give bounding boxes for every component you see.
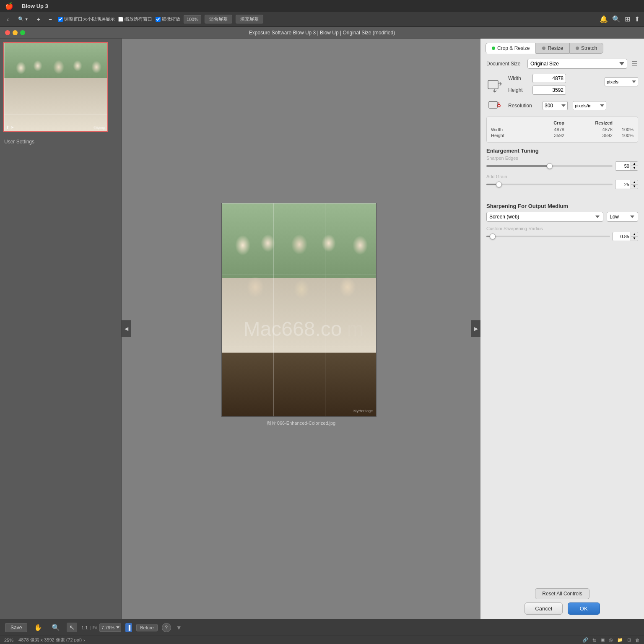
zoom-in-button[interactable]: + (34, 15, 43, 23)
home-button[interactable]: ⌂ (4, 16, 12, 23)
search-icon[interactable]: 🔍 (612, 15, 621, 23)
tab-stretch[interactable]: Stretch (569, 43, 603, 54)
apple-logo-icon[interactable]: 🍎 (5, 2, 13, 10)
zoom-select[interactable]: 7.79% 25% 50% 100% (99, 623, 121, 632)
tab-stretch-label: Stretch (581, 45, 597, 51)
width-input[interactable]: 4878 (532, 74, 566, 83)
add-grain-stepper: ▲ ▼ (631, 180, 638, 189)
minimize-button[interactable] (13, 30, 18, 35)
tab-resize[interactable]: Resize (536, 43, 569, 54)
add-grain-up[interactable]: ▲ (631, 180, 638, 184)
custom-radius-thumb[interactable] (490, 234, 496, 239)
ok-button[interactable]: OK (568, 602, 600, 615)
custom-radius-label: Custom Sharpening Radius (486, 226, 638, 231)
micro-zoom-checkbox[interactable] (156, 17, 161, 22)
sharpen-edges-thumb[interactable] (547, 163, 553, 169)
height-crop-label: Height (491, 133, 516, 138)
center-area: ◀ MyHeritage 图片 066-Enhanced-Colorized.j… (122, 39, 480, 619)
fit-window-checkbox[interactable] (58, 17, 63, 22)
micro-zoom-label: 细微缩放 (162, 16, 180, 22)
chevron-down-icon[interactable]: ▼ (176, 624, 182, 631)
enlargement-tuning-title: Enlargement Tuning (486, 148, 638, 154)
custom-radius-input[interactable]: 0.85 (613, 232, 631, 241)
left-panel: ©flyimg ⬆ ➤ User Settings (0, 39, 122, 619)
sharpen-edges-stepper: ▲ ▼ (631, 162, 638, 170)
shrink-all-checkbox-item[interactable]: 缩放所有窗口 (118, 16, 152, 22)
fit-screen-button[interactable]: 适合屏幕 (205, 15, 232, 23)
status-right: 🔗 fx ▣ ◎ 📁 ⊞ 🗑 (582, 637, 640, 643)
tab-resize-dot (542, 47, 545, 50)
left-arrow-button[interactable]: ◀ (122, 320, 131, 337)
divider-1 (486, 196, 638, 196)
zoom-status: 25% (4, 638, 13, 643)
shrink-all-checkbox[interactable] (118, 17, 123, 22)
custom-radius-down[interactable]: ▼ (631, 236, 638, 241)
save-button[interactable]: Save (5, 623, 27, 632)
sharpen-edges-track[interactable] (486, 165, 613, 167)
resized-header: Resized (564, 120, 613, 125)
tab-stretch-dot (576, 47, 579, 50)
user-settings-label: User Settings (0, 135, 121, 148)
zoom-display: 1:1 | Fit 7.79% 25% 50% 100% (81, 623, 121, 632)
zoom-out-button[interactable]: − (46, 15, 55, 23)
fit-window-label: 调整窗口大小以满屏显示 (64, 16, 115, 22)
cancel-button[interactable]: Cancel (525, 602, 562, 615)
doc-size-select[interactable]: Original Size Custom Preset (527, 59, 627, 69)
zoom-button[interactable] (20, 30, 25, 35)
app-name: Blow Up 3 (22, 3, 48, 9)
fit-window-checkbox-item[interactable]: 调整窗口大小以满屏显示 (58, 16, 115, 22)
doc-size-menu-button[interactable]: ☰ (631, 60, 638, 68)
action-buttons: Cancel OK (486, 602, 638, 615)
before-button[interactable]: Before (136, 624, 157, 631)
sharpen-edges-fill (486, 165, 550, 167)
add-grain-track[interactable] (486, 184, 613, 185)
add-grain-input[interactable]: 25 (615, 180, 631, 189)
resolution-unit-select[interactable]: pixels/in pixels/cm (573, 101, 606, 110)
medium-select[interactable]: Screen (web) Print Custom (486, 212, 603, 222)
svg-point-2 (498, 104, 500, 107)
thumbnail-watermark: ©flyimg (93, 126, 105, 130)
unit-select[interactable]: pixels inches cm (605, 77, 638, 86)
level-select[interactable]: Low Medium High None (607, 212, 638, 222)
add-grain-down[interactable]: ▼ (631, 184, 638, 189)
thumbnail-box: ©flyimg ⬆ ➤ (3, 42, 108, 132)
height-row: Height 3592 (508, 86, 600, 95)
zoom-tool-button[interactable]: 🔍 (49, 623, 62, 632)
sharpen-edges-down[interactable]: ▼ (631, 166, 638, 170)
micro-zoom-checkbox-item[interactable]: 细微缩放 (156, 16, 180, 22)
share-icon[interactable]: ⬆ (634, 15, 640, 23)
channel-button[interactable]: ▐ (125, 623, 132, 632)
shrink-all-label: 缩放所有窗口 (125, 16, 152, 22)
thumbnail-image (4, 43, 107, 131)
close-button[interactable] (5, 30, 10, 35)
tab-crop-resize[interactable]: Crop & Resize (486, 43, 536, 54)
status-arrow[interactable]: › (83, 638, 85, 643)
crop-table-header: Crop Resized (491, 120, 634, 125)
preview-watermark: MyHeritage (353, 409, 373, 413)
zoom-dropdown-button[interactable]: 🔍 ▼ (16, 16, 31, 23)
window-layout-icon[interactable]: ⊞ (625, 15, 630, 23)
status-link-icon: 🔗 (582, 637, 588, 643)
hand-tool-button[interactable]: ✋ (31, 623, 45, 632)
sharpen-edges-up[interactable]: ▲ (631, 162, 638, 166)
width-percent: 100% (613, 127, 634, 132)
status-layers-icon: ▣ (600, 637, 605, 643)
rp-content: Document Size Original Size Custom Prese… (480, 54, 644, 246)
notification-icon[interactable]: 🔔 (600, 15, 608, 23)
zoom-separator: | (90, 625, 91, 630)
rp-bottom: Reset All Controls Cancel OK (480, 584, 644, 619)
reset-all-button[interactable]: Reset All Controls (535, 588, 589, 599)
add-grain-thumb[interactable] (496, 182, 502, 187)
zoom-percent-input[interactable] (184, 15, 201, 23)
toolbar-right: 🔔 🔍 ⊞ ⬆ (600, 15, 640, 23)
resolution-select[interactable]: 300 72 96 150 (543, 101, 568, 110)
pointer-tool-button[interactable]: ↖ (67, 623, 77, 632)
custom-radius-up[interactable]: ▲ (631, 232, 638, 236)
help-button[interactable]: ? (162, 623, 171, 632)
sharpen-edges-input[interactable]: 50 (615, 162, 631, 170)
height-input[interactable]: 3592 (532, 86, 566, 95)
fill-screen-button[interactable]: 填充屏幕 (236, 15, 263, 23)
custom-radius-track[interactable] (486, 236, 610, 237)
preview-grid (222, 203, 376, 416)
right-arrow-button[interactable]: ▶ (471, 320, 480, 337)
